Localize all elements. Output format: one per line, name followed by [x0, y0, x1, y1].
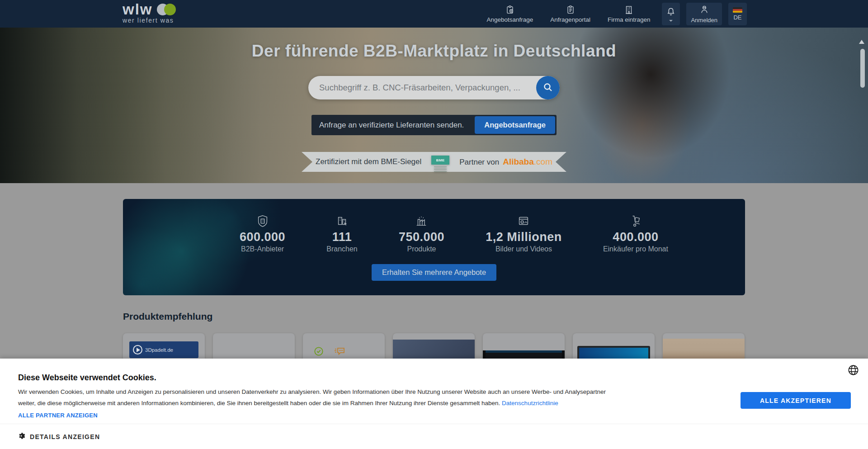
- verified-seal-icon: [313, 345, 325, 359]
- bme-seal-icon: BME: [431, 156, 449, 174]
- media-window-icon: [517, 214, 530, 230]
- chevron-down-icon: [669, 20, 673, 22]
- products-heading: Produktempfehlung: [123, 311, 212, 322]
- privacy-policy-link[interactable]: Datenschutzrichtlinie: [502, 400, 558, 406]
- stat-label: Einkäufer pro Monat: [603, 245, 668, 253]
- stat-label: Branchen: [326, 245, 358, 253]
- get-offers-button[interactable]: Erhalten Sie mehrere Angebote: [372, 264, 496, 281]
- top-nav: wlw wer liefert was Angebotsanfrage: [0, 0, 868, 28]
- stat-value: 1,2 Millionen: [486, 230, 562, 244]
- show-details-button[interactable]: DETAILS ANZEIGEN: [17, 432, 100, 441]
- stat-value: 750.000: [399, 230, 444, 244]
- stats-panel: 600.000 B2B-Anbieter 111 Branchen: [123, 199, 745, 295]
- nav-item-firma-eintragen[interactable]: Firma eintragen: [602, 0, 656, 28]
- stat-value: 111: [332, 230, 352, 244]
- logo-tagline: wer liefert was: [123, 17, 176, 24]
- nav-item-label: Anfragenportal: [550, 16, 590, 23]
- search-bar: [308, 76, 560, 99]
- bme-seal-label: BME: [431, 156, 449, 165]
- stat-branchen: 111 Branchen: [326, 214, 358, 253]
- building-icon: [624, 5, 634, 15]
- logo-toggle-icon: [157, 4, 176, 15]
- stat-value: 400.000: [613, 230, 658, 244]
- alibaba-suffix: .com: [534, 157, 552, 166]
- cookie-footer: DETAILS ANZEIGEN: [0, 424, 868, 449]
- nav-actions: Angebotsanfrage Anfragenportal: [481, 0, 747, 28]
- search-input[interactable]: [308, 76, 560, 99]
- hand-truck-icon: [629, 214, 642, 230]
- supplier-logo-icon: [133, 345, 142, 354]
- chat-bubble-icon: [334, 345, 346, 359]
- cookie-title: Diese Webseite verwendet Cookies.: [18, 373, 156, 383]
- cookie-consent-banner: Diese Webseite verwendet Cookies. Wir ve…: [0, 359, 868, 449]
- angebotsanfrage-button[interactable]: Angebotsanfrage: [475, 116, 555, 134]
- alibaba-brand: Alibaba: [503, 157, 534, 166]
- shield-building-icon: [256, 214, 269, 230]
- hero-section: Der führende B2B-Marktplatz in Deutschla…: [0, 28, 868, 183]
- login-button[interactable]: Anmelden: [686, 3, 722, 25]
- hero-title: Der führende B2B-Marktplatz in Deutschla…: [252, 42, 616, 61]
- page: wlw wer liefert was Angebotsanfrage: [0, 0, 868, 449]
- stat-bilder-videos: 1,2 Millionen Bilder und Videos: [486, 214, 562, 253]
- stat-label: B2B-Anbieter: [241, 245, 284, 253]
- wlw-logo[interactable]: wlw wer liefert was: [123, 3, 176, 24]
- buildings-cursor-icon: [335, 214, 349, 230]
- search-button[interactable]: [536, 76, 560, 99]
- language-code: DE: [733, 14, 741, 21]
- factory-icon: [415, 214, 428, 230]
- nav-item-label: Angebotsanfrage: [487, 16, 533, 23]
- request-bar: Anfrage an verifizierte Lieferanten send…: [311, 115, 557, 135]
- nav-item-anfragenportal[interactable]: Anfragenportal: [545, 0, 596, 28]
- clipboard-plus-icon: [505, 5, 515, 15]
- stat-label: Produkte: [407, 245, 436, 253]
- logo-text: wlw: [123, 3, 153, 16]
- nav-item-label: Firma eintragen: [608, 16, 651, 23]
- login-label: Anmelden: [691, 17, 717, 24]
- request-text: Anfrage an verifizierte Lieferanten send…: [319, 121, 464, 130]
- search-icon: [542, 82, 553, 94]
- bme-certified-text: Zertifiziert mit dem BME-Siegel: [316, 157, 421, 166]
- nav-item-angebotsanfrage[interactable]: Angebotsanfrage: [481, 0, 539, 28]
- details-label: DETAILS ANZEIGEN: [30, 433, 100, 440]
- show-all-partners-link[interactable]: ALLE PARTNER ANZEIGEN: [18, 412, 98, 419]
- german-flag-icon: [733, 7, 742, 13]
- language-switcher[interactable]: DE: [728, 3, 747, 25]
- stat-produkte: 750.000 Produkte: [399, 214, 444, 253]
- bell-icon: [665, 6, 676, 19]
- notifications-button[interactable]: [662, 3, 680, 25]
- supplier-banner: 3Dpadelt.de: [129, 341, 198, 358]
- stat-einkaeufer: 400.000 Einkäufer pro Monat: [603, 214, 668, 253]
- alibaba-link[interactable]: Alibaba.com: [503, 157, 552, 167]
- stat-value: 600.000: [240, 230, 285, 244]
- cookie-body: Wir verwenden Cookies, um Inhalte und An…: [18, 387, 606, 409]
- globe-icon[interactable]: [845, 362, 861, 378]
- supplier-name: 3Dpadelt.de: [145, 347, 173, 353]
- clipboard-icon: [566, 5, 576, 15]
- stat-b2b-anbieter: 600.000 B2B-Anbieter: [240, 214, 285, 253]
- scrollbar-thumb[interactable]: [860, 49, 865, 88]
- certification-ribbon: Zertifiziert mit dem BME-Siegel BME Part…: [302, 152, 566, 172]
- accept-all-button[interactable]: ALLE AKZEPTIEREN: [741, 392, 851, 409]
- person-icon: [699, 5, 709, 16]
- scrollbar-up-arrow[interactable]: [859, 40, 864, 44]
- partner-text: Partner von: [459, 158, 499, 167]
- stat-label: Bilder und Videos: [495, 245, 552, 253]
- gear-icon: [17, 432, 25, 441]
